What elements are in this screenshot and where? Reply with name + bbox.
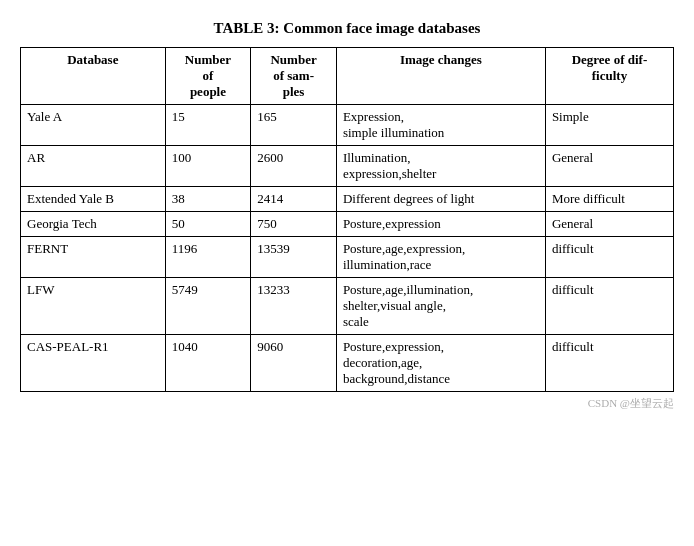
header-row: Database Numberofpeople Numberof sam-ple…: [21, 48, 674, 105]
cell-difficulty: difficult: [545, 335, 673, 392]
cell-changes: Posture,age,expression,illumination,race: [336, 237, 545, 278]
table-row: Georgia Tech50750Posture,expressionGener…: [21, 212, 674, 237]
cell-changes: Expression,simple illumination: [336, 105, 545, 146]
cell-samples: 750: [251, 212, 337, 237]
table-row: LFW574913233Posture,age,illumination,she…: [21, 278, 674, 335]
cell-people: 15: [165, 105, 251, 146]
cell-database: LFW: [21, 278, 166, 335]
cell-difficulty: Simple: [545, 105, 673, 146]
cell-database: Extended Yale B: [21, 187, 166, 212]
cell-database: FERNT: [21, 237, 166, 278]
cell-changes: Posture,expression: [336, 212, 545, 237]
table-row: Extended Yale B382414Different degrees o…: [21, 187, 674, 212]
cell-difficulty: difficult: [545, 237, 673, 278]
cell-people: 50: [165, 212, 251, 237]
data-table: Database Numberofpeople Numberof sam-ple…: [20, 47, 674, 392]
cell-samples: 165: [251, 105, 337, 146]
cell-difficulty: General: [545, 146, 673, 187]
cell-changes: Different degrees of light: [336, 187, 545, 212]
cell-samples: 2414: [251, 187, 337, 212]
watermark: CSDN @坐望云起: [20, 396, 674, 411]
header-changes: Image changes: [336, 48, 545, 105]
cell-difficulty: More difficult: [545, 187, 673, 212]
cell-changes: Posture,expression,decoration,age,backgr…: [336, 335, 545, 392]
cell-database: Georgia Tech: [21, 212, 166, 237]
header-samples: Numberof sam-ples: [251, 48, 337, 105]
cell-database: Yale A: [21, 105, 166, 146]
cell-samples: 9060: [251, 335, 337, 392]
header-difficulty: Degree of dif-ficulty: [545, 48, 673, 105]
table-row: FERNT119613539Posture,age,expression,ill…: [21, 237, 674, 278]
header-database: Database: [21, 48, 166, 105]
cell-difficulty: difficult: [545, 278, 673, 335]
header-people: Numberofpeople: [165, 48, 251, 105]
cell-people: 1040: [165, 335, 251, 392]
cell-people: 100: [165, 146, 251, 187]
page-container: TABLE 3: Common face image databases Dat…: [20, 20, 674, 411]
cell-people: 5749: [165, 278, 251, 335]
cell-difficulty: General: [545, 212, 673, 237]
table-row: AR1002600Illumination,expression,shelter…: [21, 146, 674, 187]
cell-changes: Posture,age,illumination,shelter,visual …: [336, 278, 545, 335]
cell-database: AR: [21, 146, 166, 187]
cell-people: 38: [165, 187, 251, 212]
cell-database: CAS-PEAL-R1: [21, 335, 166, 392]
table-title: TABLE 3: Common face image databases: [20, 20, 674, 37]
cell-samples: 13539: [251, 237, 337, 278]
table-row: Yale A15165Expression,simple illuminatio…: [21, 105, 674, 146]
cell-samples: 13233: [251, 278, 337, 335]
table-row: CAS-PEAL-R110409060Posture,expression,de…: [21, 335, 674, 392]
cell-changes: Illumination,expression,shelter: [336, 146, 545, 187]
cell-samples: 2600: [251, 146, 337, 187]
cell-people: 1196: [165, 237, 251, 278]
